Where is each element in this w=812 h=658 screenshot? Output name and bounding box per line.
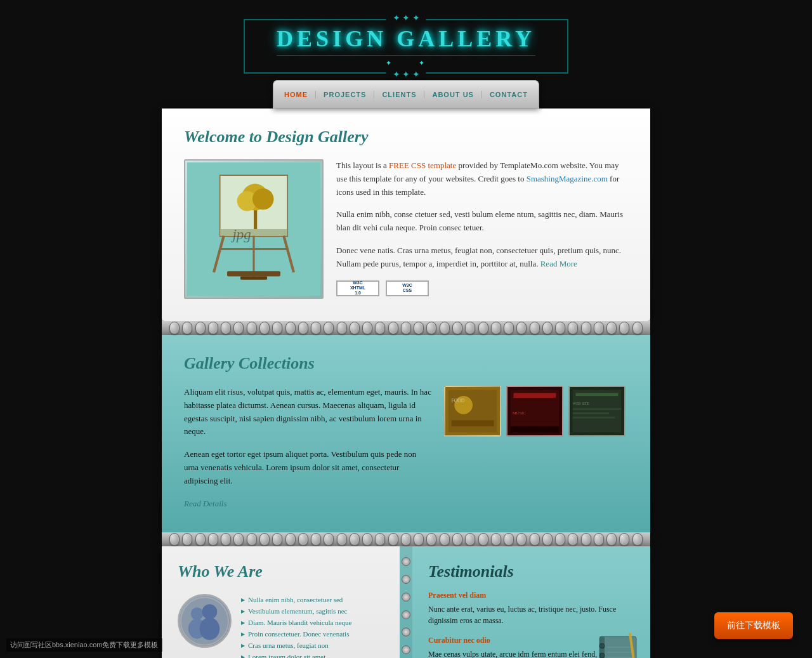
testimonials-section: Testimonials Praesent vel diam Nunc ante… bbox=[412, 546, 650, 658]
welcome-para3: Donec vene natis. Cras urna metus, feugi… bbox=[336, 244, 628, 271]
ring bbox=[195, 322, 206, 334]
ring bbox=[285, 533, 296, 546]
who-list-link[interactable]: Lorem ipsum dolor sit amet bbox=[248, 653, 325, 658]
gallery-thumb-3[interactable]: WEB SITE bbox=[568, 386, 625, 437]
nav-projects[interactable]: PROJECTS bbox=[316, 91, 374, 98]
ring bbox=[324, 322, 334, 334]
svg-rect-27 bbox=[576, 393, 619, 396]
who-we-are-section: Who We Are bbox=[162, 546, 400, 658]
ring bbox=[221, 322, 231, 334]
svg-text:FOOD: FOOD bbox=[452, 398, 465, 404]
list-item: Nulla enim nibh, consectetuer sed bbox=[241, 594, 351, 605]
ring bbox=[414, 533, 424, 546]
ring bbox=[504, 322, 514, 334]
ring bbox=[350, 322, 360, 334]
nav-contact[interactable]: CONTACT bbox=[482, 91, 535, 98]
ring bbox=[311, 533, 321, 546]
ring bbox=[555, 322, 565, 334]
ring bbox=[530, 322, 540, 334]
svg-rect-31 bbox=[573, 417, 615, 419]
svg-rect-7 bbox=[221, 229, 287, 236]
ring bbox=[402, 628, 410, 636]
svg-rect-24 bbox=[511, 426, 559, 433]
smashing-link[interactable]: SmashingMagazine.com bbox=[527, 174, 608, 183]
ring bbox=[247, 533, 257, 546]
gallery-content: Aliquam elit risus, volutpat quis, matti… bbox=[184, 386, 628, 510]
nav-clients[interactable]: CLIENTS bbox=[374, 91, 424, 98]
ring bbox=[619, 322, 629, 334]
svg-text:WEB SITE: WEB SITE bbox=[573, 402, 590, 405]
welcome-para1: This layout is a FREE CSS template provi… bbox=[336, 159, 628, 199]
who-list-link[interactable]: Diam. Mauris blandit vehicula neque bbox=[248, 619, 351, 626]
ring bbox=[298, 533, 308, 546]
svg-point-33 bbox=[191, 607, 204, 620]
who-list-link[interactable]: Cras urna metus, feugiat non bbox=[248, 642, 329, 649]
ring bbox=[311, 322, 321, 334]
xhtml-badge: W3CXHTML1.0 bbox=[336, 280, 379, 296]
svg-point-35 bbox=[202, 604, 218, 619]
ring bbox=[516, 322, 527, 334]
ring bbox=[169, 533, 180, 546]
rings-bottom bbox=[162, 532, 650, 546]
ring bbox=[285, 322, 296, 334]
nav-home[interactable]: HOME bbox=[277, 91, 316, 98]
testimonial-1: Praesent vel diam Nunc ante erat, varius… bbox=[428, 591, 634, 626]
ring bbox=[182, 322, 192, 334]
svg-text:MUSIC: MUSIC bbox=[513, 411, 527, 415]
ring bbox=[478, 533, 488, 546]
list-item: Vestibulum elementum, sagittis nec bbox=[241, 605, 351, 617]
w3c-badges: W3CXHTML1.0 W3CCSS bbox=[336, 280, 628, 296]
avatar bbox=[178, 594, 232, 648]
download-button[interactable]: 前往下载模板 bbox=[714, 612, 793, 639]
svg-rect-29 bbox=[573, 408, 621, 410]
welcome-heading: Welcome to Design Gallery bbox=[184, 128, 628, 147]
welcome-text: This layout is a FREE CSS template provi… bbox=[336, 159, 628, 296]
ring bbox=[478, 322, 488, 334]
free-css-link[interactable]: FREE CSS template bbox=[389, 161, 456, 170]
ring bbox=[402, 575, 410, 584]
who-list-link[interactable]: Proin consectetuer. Donec venenatis bbox=[248, 630, 349, 638]
ring bbox=[568, 322, 578, 334]
who-list: Nulla enim nibh, consectetuer sed Vestib… bbox=[241, 594, 351, 658]
ring bbox=[401, 533, 411, 546]
ring bbox=[402, 557, 410, 566]
list-item: Lorem ipsum dolor sit amet bbox=[241, 651, 351, 658]
ring bbox=[516, 533, 527, 546]
ring bbox=[606, 533, 617, 546]
rings-top bbox=[162, 321, 650, 335]
ring bbox=[465, 533, 475, 546]
ring bbox=[440, 322, 450, 334]
who-list-link[interactable]: Vestibulum elementum, sagittis nec bbox=[248, 607, 347, 615]
watermark: 访问图写社区bbs.xieniao.com免费下载更多模板 bbox=[6, 638, 162, 652]
ring bbox=[401, 322, 411, 334]
welcome-para2: Nulla enim nibh, conse ctetuer sed, vest… bbox=[336, 208, 628, 235]
ring bbox=[632, 322, 643, 334]
welcome-image: jpg bbox=[184, 159, 324, 299]
ring bbox=[465, 322, 475, 334]
ring bbox=[247, 322, 257, 334]
testimonial-text-1: Nunc ante erat, varius eu, luctus ac, tr… bbox=[428, 603, 634, 626]
ring bbox=[542, 533, 553, 546]
ring bbox=[272, 322, 282, 334]
list-item: Cras urna metus, feugiat non bbox=[241, 640, 351, 651]
ring bbox=[208, 533, 218, 546]
ring bbox=[491, 322, 501, 334]
ring bbox=[324, 533, 334, 546]
ring bbox=[337, 533, 347, 546]
gallery-thumb-2[interactable]: MUSIC bbox=[506, 386, 563, 437]
ring bbox=[530, 533, 540, 546]
nav-about[interactable]: ABOUT US bbox=[424, 91, 481, 98]
read-more-link[interactable]: Read More bbox=[540, 259, 577, 268]
svg-point-36 bbox=[200, 617, 220, 640]
who-list-link[interactable]: Nulla enim nibh, consectetuer sed bbox=[248, 596, 343, 603]
ring bbox=[388, 533, 398, 546]
testimonials-heading: Testimonials bbox=[428, 562, 634, 581]
ring bbox=[362, 533, 372, 546]
gallery-thumb-1[interactable]: FOOD bbox=[444, 386, 501, 437]
gallery-para1: Aliquam elit risus, volutpat quis, matti… bbox=[184, 386, 431, 438]
ring bbox=[169, 322, 180, 334]
ring bbox=[350, 533, 360, 546]
gallery-heading: Gallery Collections bbox=[184, 354, 628, 373]
ring bbox=[581, 533, 591, 546]
read-details-link[interactable]: Read Details bbox=[184, 499, 227, 508]
